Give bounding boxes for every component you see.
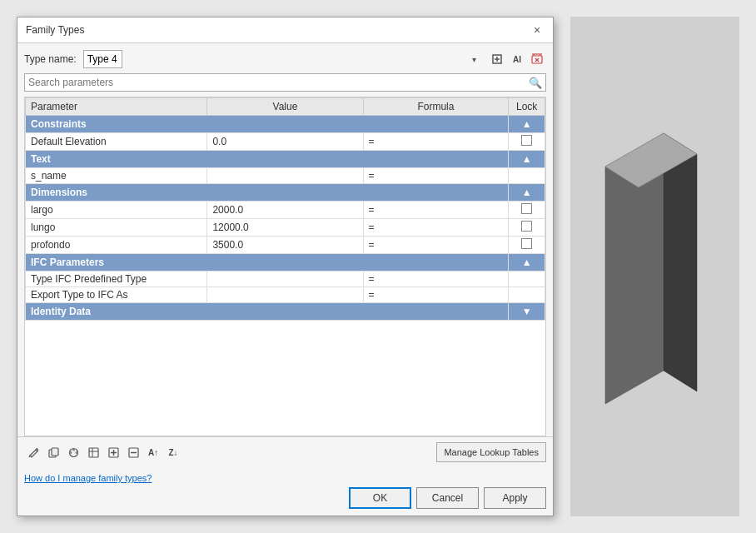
table-row: s_name = [26, 168, 545, 184]
param-value-cell[interactable] [207, 287, 363, 303]
param-name-cell: lungo [26, 219, 207, 237]
pencil-icon[interactable] [24, 443, 42, 461]
param-formula-cell[interactable]: = [363, 237, 509, 254]
param-value-cell[interactable]: 3500.0 [207, 237, 363, 254]
bottom-toolbar-icons: A↑ Z↓ [24, 443, 435, 461]
param-value-cell[interactable]: 2000.0 [207, 202, 363, 219]
cancel-button[interactable]: Cancel [416, 487, 479, 509]
param-value-cell[interactable] [207, 168, 363, 184]
lock-empty-cell [509, 168, 545, 184]
param-name-cell: profondo [26, 237, 207, 254]
section-label: IFC Parameters [26, 254, 509, 271]
svg-marker-24 [664, 133, 697, 391]
remove-param-icon[interactable] [124, 443, 142, 461]
col-header-lock: Lock [509, 98, 545, 116]
dialog-overlay: Family Types × Type name: Type 1Type 2Ty… [0, 0, 756, 533]
lock-checkbox-cell[interactable] [509, 202, 545, 219]
svg-rect-11 [52, 448, 58, 456]
param-formula-cell[interactable]: = [363, 219, 509, 237]
section-collapse-icon[interactable]: ▲ [509, 116, 545, 133]
family-types-dialog: Family Types × Type name: Type 1Type 2Ty… [17, 17, 554, 516]
type-toolbar-icons: AI [488, 50, 546, 68]
table-row: Export Type to IFC As = [26, 287, 545, 303]
lock-empty-cell [509, 271, 545, 287]
param-formula-cell[interactable]: = [363, 202, 509, 219]
ok-button[interactable]: OK [349, 487, 411, 509]
param-value-cell[interactable] [207, 271, 363, 287]
section-label: Identity Data [26, 303, 509, 321]
section-label: Constraints [26, 116, 509, 133]
param-formula-cell[interactable]: = [363, 168, 509, 184]
3d-preview [580, 108, 730, 425]
col-header-parameter: Parameter [26, 98, 207, 116]
lock-checkbox[interactable] [521, 221, 532, 232]
apply-button[interactable]: Apply [484, 487, 546, 509]
copy-param-icon[interactable] [44, 443, 62, 461]
svg-line-9 [29, 456, 30, 457]
help-link[interactable]: How do I manage family types? [24, 473, 152, 483]
section-collapse-icon[interactable]: ▲ [509, 184, 545, 202]
search-input[interactable] [28, 77, 529, 88]
table-row: lungo 12000.0 = [26, 219, 545, 237]
section-row: Identity Data ▼ [26, 303, 545, 321]
family-param-icon[interactable] [84, 443, 102, 461]
close-button[interactable]: × [530, 22, 545, 37]
col-header-value: Value [207, 98, 363, 116]
table-row: largo 2000.0 = [26, 202, 545, 219]
shared-param-icon[interactable] [64, 443, 82, 461]
preview-panel [570, 17, 739, 516]
search-icon: 🔍 [529, 77, 542, 89]
sort-za-icon[interactable]: Z↓ [164, 443, 182, 461]
new-type-icon[interactable] [488, 50, 506, 68]
param-name-cell: s_name [26, 168, 207, 184]
search-row: 🔍 [24, 73, 546, 92]
section-row: Text ▲ [26, 151, 545, 168]
table-row: Type IFC Predefined Type = [26, 271, 545, 287]
dialog-footer: How do I manage family types? OK Cancel … [17, 467, 553, 516]
add-param-icon[interactable] [104, 443, 122, 461]
parameters-table: Parameter Value Formula Lock Constraints… [25, 97, 545, 321]
section-collapse-icon[interactable]: ▲ [509, 151, 545, 168]
footer-buttons: OK Cancel Apply [24, 487, 546, 509]
section-label: Dimensions [26, 184, 509, 202]
param-formula-cell[interactable]: = [363, 271, 509, 287]
dialog-title: Family Types [26, 24, 84, 36]
section-row: Dimensions ▲ [26, 184, 545, 202]
sort-az-icon[interactable]: A↑ [144, 443, 162, 461]
param-value-cell[interactable]: 12000.0 [207, 219, 363, 237]
lock-checkbox-cell[interactable] [509, 133, 545, 151]
delete-type-icon[interactable] [528, 50, 546, 68]
section-label: Text [26, 151, 509, 168]
manage-lookup-tables-button[interactable]: Manage Lookup Tables [436, 442, 546, 462]
lock-checkbox[interactable] [521, 203, 532, 214]
param-name-cell: Export Type to IFC As [26, 287, 207, 303]
dialog-titlebar: Family Types × [17, 17, 553, 43]
lock-empty-cell [509, 287, 545, 303]
lock-checkbox-cell[interactable] [509, 237, 545, 254]
ai-rename-icon[interactable]: AI [508, 50, 526, 68]
param-value-cell[interactable]: 0.0 [207, 133, 363, 151]
type-name-row: Type name: Type 1Type 2Type 3Type 4 AI [24, 50, 546, 68]
type-name-select-wrapper: Type 1Type 2Type 3Type 4 [83, 50, 481, 68]
param-formula-cell[interactable]: = [363, 287, 509, 303]
bottom-toolbar: A↑ Z↓ Manage Lookup Tables [17, 436, 553, 467]
type-name-label: Type name: [24, 53, 77, 65]
param-formula-cell[interactable]: = [363, 133, 509, 151]
svg-rect-16 [89, 448, 98, 457]
table-row: profondo 3500.0 = [26, 237, 545, 254]
table-row: Default Elevation 0.0 = [26, 133, 545, 151]
lock-checkbox[interactable] [521, 135, 532, 146]
section-collapse-icon[interactable]: ▼ [509, 303, 545, 321]
svg-point-13 [69, 451, 72, 454]
col-header-formula: Formula [363, 98, 509, 116]
param-name-cell: largo [26, 202, 207, 219]
lock-checkbox[interactable] [521, 238, 532, 249]
section-collapse-icon[interactable]: ▲ [509, 254, 545, 271]
section-row: IFC Parameters ▲ [26, 254, 545, 271]
dialog-content: Type name: Type 1Type 2Type 3Type 4 AI [17, 43, 553, 436]
lock-checkbox-cell[interactable] [509, 219, 545, 237]
svg-point-14 [75, 451, 77, 454]
type-name-select[interactable]: Type 1Type 2Type 3Type 4 [83, 50, 122, 68]
param-name-cell: Type IFC Predefined Type [26, 271, 207, 287]
section-row: Constraints ▲ [26, 116, 545, 133]
